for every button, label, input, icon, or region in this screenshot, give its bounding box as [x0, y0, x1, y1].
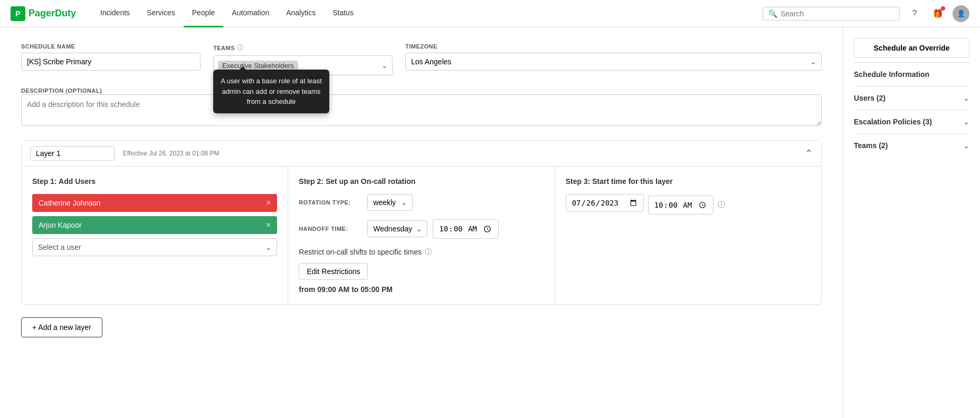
step2-title: Step 2: Set up an On-call rotation	[299, 177, 544, 186]
timezone-group: TIMEZONE Los Angeles New York UTC ⌄	[405, 43, 822, 71]
nav-item-services[interactable]: Services	[138, 0, 184, 27]
remove-arjun-button[interactable]: ×	[266, 220, 271, 230]
nav-item-incidents[interactable]: Incidents	[92, 0, 138, 27]
teams-tooltip: A user with a base role of at least admi…	[213, 70, 329, 113]
nav-item-automation[interactable]: Automation	[223, 0, 278, 27]
add-layer-button[interactable]: + Add a new layer	[21, 317, 102, 337]
step1-title: Step 1: Add Users	[32, 177, 277, 186]
search-icon: 🔍	[768, 9, 777, 18]
layer-body: Step 1: Add Users Catherine Johnson × Ar…	[22, 167, 821, 304]
rotation-type-select-wrapper: weekly daily custom ⌄	[367, 194, 413, 211]
description-label: DESCRIPTION (OPTIONAL)	[21, 88, 102, 94]
sidebar: Schedule an Override Schedule Informatio…	[843, 27, 980, 418]
avatar[interactable]: 👤	[953, 5, 969, 22]
sidebar-escalation-policies[interactable]: Escalation Policies (3) ⌄	[854, 110, 969, 133]
step1-panel: Step 1: Add Users Catherine Johnson × Ar…	[22, 167, 288, 304]
teams-label: TEAMS	[213, 45, 235, 51]
description-textarea[interactable]	[21, 94, 822, 126]
user-tag-catherine: Catherine Johnson ×	[32, 194, 277, 212]
schedule-override-button[interactable]: Schedule an Override	[854, 38, 969, 58]
start-time-input[interactable]	[648, 196, 714, 215]
teams-tag: Executive Stakeholders	[218, 61, 298, 71]
schedule-name-label: SCHEDULE NAME	[21, 43, 201, 50]
rotation-type-row: ROTATION TYPE: weekly daily custom ⌄	[299, 194, 544, 211]
sidebar-users[interactable]: Users (2) ⌄	[854, 86, 969, 110]
search-box[interactable]: 🔍	[763, 7, 900, 21]
handoff-time-label: HANDOFF TIME:	[299, 226, 362, 232]
teams-sidebar-label: Teams (2)	[854, 141, 888, 150]
layer-container: Effective Jul 26, 2023 at 01:08 PM ⌃ Ste…	[21, 140, 822, 305]
handoff-day-select[interactable]: SundayMondayTuesday WednesdayThursdayFri…	[367, 220, 427, 237]
nav-items: Incidents Services People Automation Ana…	[92, 0, 362, 27]
user-tag-arjun: Arjun Kapoor ×	[32, 216, 277, 234]
navbar: P PagerDuty Incidents Services People Au…	[0, 0, 980, 27]
logo[interactable]: P PagerDuty	[11, 6, 76, 21]
notification-badge	[941, 6, 945, 11]
search-input[interactable]	[781, 9, 894, 18]
timezone-select[interactable]: Los Angeles New York UTC	[405, 53, 822, 71]
main-container: SCHEDULE NAME TEAMS ⓘ Executive Stakehol…	[0, 27, 980, 418]
sidebar-teams[interactable]: Teams (2) ⌄	[854, 133, 969, 157]
step3-title: Step 3: Start time for this layer	[566, 177, 811, 186]
start-time-info-icon[interactable]: ⓘ	[718, 200, 725, 210]
layer-collapse-button[interactable]: ⌃	[805, 148, 813, 159]
step3-panel: Step 3: Start time for this layer ⓘ	[555, 167, 821, 304]
description-group: DESCRIPTION (OPTIONAL)	[21, 86, 822, 128]
restrict-info-icon[interactable]: ⓘ	[425, 247, 432, 257]
form-row-top: SCHEDULE NAME TEAMS ⓘ Executive Stakehol…	[21, 43, 822, 75]
layer-header-left: Effective Jul 26, 2023 at 01:08 PM	[30, 146, 220, 161]
help-button[interactable]: ?	[906, 5, 923, 22]
teams-group: TEAMS ⓘ Executive Stakeholders ⌄ A user …	[213, 43, 393, 75]
users-label: Users (2)	[854, 94, 886, 102]
logo-icon: P	[11, 6, 25, 21]
nav-item-analytics[interactable]: Analytics	[278, 0, 324, 27]
user-name-arjun: Arjun Kapoor	[39, 221, 82, 229]
nav-item-status[interactable]: Status	[324, 0, 362, 27]
rotation-type-label: ROTATION TYPE:	[299, 199, 362, 206]
schedule-name-group: SCHEDULE NAME	[21, 43, 201, 71]
restrict-label: Restrict on-call shifts to specific time…	[299, 248, 422, 256]
select-user-dropdown[interactable]: Select a user	[32, 238, 277, 256]
navbar-right: 🔍 ? 🎁 👤	[763, 5, 969, 22]
step3-inputs-row: ⓘ	[566, 194, 811, 216]
rotation-type-select[interactable]: weekly daily custom	[367, 194, 413, 211]
layer-header: Effective Jul 26, 2023 at 01:08 PM ⌃	[22, 141, 821, 167]
select-user-wrapper: Select a user ⌄	[32, 238, 277, 256]
teams-chevron-icon: ⌄	[382, 61, 388, 70]
remove-catherine-button[interactable]: ×	[266, 198, 271, 208]
schedule-name-input[interactable]	[21, 53, 201, 71]
start-date-input[interactable]	[566, 194, 644, 212]
edit-restrictions-button[interactable]: Edit Restrictions	[299, 263, 368, 280]
sidebar-schedule-info[interactable]: Schedule Information	[854, 62, 969, 86]
timezone-select-wrapper: Los Angeles New York UTC ⌄	[405, 53, 822, 71]
logo-text: PagerDuty	[28, 8, 76, 19]
content-area: SCHEDULE NAME TEAMS ⓘ Executive Stakehol…	[0, 27, 843, 418]
teams-info-icon[interactable]: ⓘ	[237, 43, 243, 52]
time-range-text: from 09:00 AM to 05:00 PM	[299, 285, 544, 294]
timezone-label: TIMEZONE	[405, 43, 822, 50]
teams-chevron-icon: ⌄	[963, 141, 969, 150]
handoff-time-row: HANDOFF TIME: SundayMondayTuesday Wednes…	[299, 219, 544, 239]
restrict-row: Restrict on-call shifts to specific time…	[299, 247, 544, 257]
users-chevron-icon: ⌄	[963, 94, 969, 102]
layer-effective-text: Effective Jul 26, 2023 at 01:08 PM	[123, 150, 220, 157]
notifications-button[interactable]: 🎁	[929, 5, 946, 22]
teams-label-row: TEAMS ⓘ	[213, 43, 393, 52]
user-name-catherine: Catherine Johnson	[39, 199, 101, 207]
handoff-time-input[interactable]	[433, 219, 499, 239]
escalation-chevron-icon: ⌄	[963, 118, 969, 126]
nav-item-people[interactable]: People	[184, 0, 224, 27]
layer-name-input[interactable]	[30, 146, 115, 161]
escalation-label: Escalation Policies (3)	[854, 118, 932, 126]
handoff-day-select-wrapper: SundayMondayTuesday WednesdayThursdayFri…	[367, 220, 427, 237]
schedule-info-label: Schedule Information	[854, 70, 929, 79]
step2-panel: Step 2: Set up an On-call rotation ROTAT…	[288, 167, 555, 304]
